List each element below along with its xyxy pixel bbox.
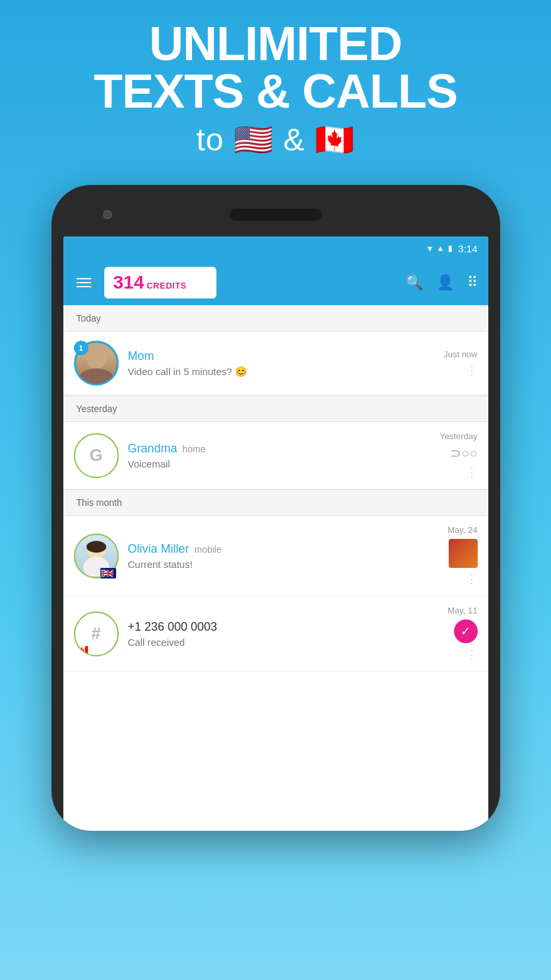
more-options-icon-mom[interactable]: ⋮	[466, 363, 478, 378]
section-label-today: Today	[77, 313, 101, 324]
contact-info-grandma: Grandma home Voicemail	[128, 442, 434, 470]
section-header-yesterday: Yesterday	[63, 396, 488, 422]
phone-screen: ▾ ▲ ▮ 3:14 314 CREDITS 🔍	[63, 236, 488, 831]
contact-name-mom: Mom	[128, 349, 154, 363]
contact-type-grandma: home	[183, 444, 206, 454]
contact-right-unknown: May, 11 ✓ ⋮	[447, 606, 477, 662]
svg-rect-4	[86, 541, 106, 553]
avatar-container-mom: 1	[74, 341, 119, 386]
status-time: 3:14	[458, 243, 477, 254]
contact-name-row-olivia: Olivia Miller mobile	[128, 542, 441, 556]
battery-icon: ▮	[448, 244, 453, 253]
contact-name-row-mom: Mom	[128, 349, 438, 363]
more-options-icon-olivia[interactable]: ⋮	[466, 572, 478, 586]
more-options-icon-unknown[interactable]: ⋮	[466, 647, 478, 662]
credits-label: CREDITS	[146, 281, 187, 291]
wifi-icon: ▾	[428, 243, 432, 254]
contact-info-olivia: Olivia Miller mobile Current status!	[128, 542, 441, 570]
contact-row-olivia[interactable]: 🇬🇧 Olivia Miller mobile Current status! …	[63, 516, 488, 596]
contact-name-grandma: Grandma	[128, 442, 178, 456]
notification-badge-mom: 1	[74, 341, 88, 355]
contact-info-unknown: +1 236 000 0003 Call received	[128, 620, 441, 648]
contact-message-unknown: Call received	[128, 637, 441, 648]
phone-camera	[103, 210, 112, 219]
avatar-unknown: # 🇨🇦	[74, 612, 119, 656]
image-thumbnail-olivia	[449, 539, 478, 568]
signal-icon: ▲	[436, 244, 444, 253]
phone-shell: ▾ ▲ ▮ 3:14 314 CREDITS 🔍	[51, 185, 500, 831]
dialpad-icon[interactable]: ⠿	[467, 274, 478, 291]
contact-right-olivia: May, 24 ⋮	[447, 525, 477, 586]
section-label-yesterday: Yesterday	[77, 403, 117, 414]
contact-message-grandma: Voicemail	[128, 458, 434, 470]
uk-flag-overlay: 🇬🇧	[100, 568, 116, 578]
contact-row-unknown[interactable]: # 🇨🇦 +1 236 000 0003 Call received May, …	[63, 596, 488, 672]
search-icon[interactable]: 🔍	[405, 274, 423, 291]
contact-message-mom: Video call in 5 minutes? 😊	[128, 366, 438, 378]
credits-number: 314	[113, 272, 145, 293]
contact-time-olivia: May, 24	[447, 525, 477, 535]
contact-row-grandma[interactable]: G Grandma home Voicemail Yesterday ⊃○○ ⋮	[63, 422, 488, 489]
app-bar-right: 🔍 👤 ⠿	[405, 274, 478, 291]
contacts-icon[interactable]: 👤	[436, 274, 454, 291]
contact-time-unknown: May, 11	[447, 606, 477, 615]
promo-header: UNLIMITED TEXTS & CALLS to 🇺🇸 & 🇨🇦	[0, 0, 551, 172]
contact-name-row-unknown: +1 236 000 0003	[128, 620, 441, 634]
avatar-grandma: G	[74, 433, 119, 478]
avatar-container-grandma: G	[74, 433, 119, 478]
app-bar: 314 CREDITS 🔍 👤 ⠿	[63, 260, 488, 305]
contact-name-unknown: +1 236 000 0003	[128, 620, 218, 634]
promo-title-line2: TEXTS & CALLS	[13, 67, 538, 115]
voicemail-icon: ⊃○○	[450, 445, 477, 461]
avatar-container-unknown: # 🇨🇦	[74, 612, 119, 656]
phone-device: ▾ ▲ ▮ 3:14 314 CREDITS 🔍	[51, 185, 500, 831]
contact-message-olivia: Current status!	[128, 559, 441, 570]
contact-name-olivia: Olivia Miller	[128, 542, 189, 556]
contact-row-mom[interactable]: 1 Mom Video call in 5 minutes? 😊 Just no…	[63, 332, 488, 396]
section-label-thismonth: This month	[77, 497, 122, 508]
status-bar: ▾ ▲ ▮ 3:14	[63, 236, 488, 260]
avatar-container-olivia: 🇬🇧	[74, 534, 119, 578]
promo-subtitle: to 🇺🇸 & 🇨🇦	[13, 122, 538, 158]
contact-name-row-grandma: Grandma home	[128, 442, 434, 456]
contact-info-mom: Mom Video call in 5 minutes? 😊	[128, 349, 438, 378]
contact-right-grandma: Yesterday ⊃○○ ⋮	[439, 431, 477, 479]
more-options-icon-grandma[interactable]: ⋮	[466, 465, 478, 479]
contact-time-grandma: Yesterday	[439, 431, 477, 441]
call-received-icon: ✓	[454, 619, 478, 643]
section-header-thismonth: This month	[63, 489, 488, 516]
promo-title-line1: UNLIMITED	[13, 20, 538, 67]
section-header-today: Today	[63, 305, 488, 332]
status-icons: ▾ ▲ ▮	[428, 243, 453, 254]
contact-type-olivia: mobile	[195, 544, 222, 555]
credits-badge[interactable]: 314 CREDITS	[104, 267, 216, 298]
phone-speaker	[230, 209, 322, 221]
phone-top-hardware	[63, 198, 488, 231]
contact-time-mom: Just now	[443, 349, 477, 359]
contact-right-mom: Just now ⋮	[443, 349, 477, 378]
hamburger-menu-icon[interactable]	[74, 275, 94, 290]
